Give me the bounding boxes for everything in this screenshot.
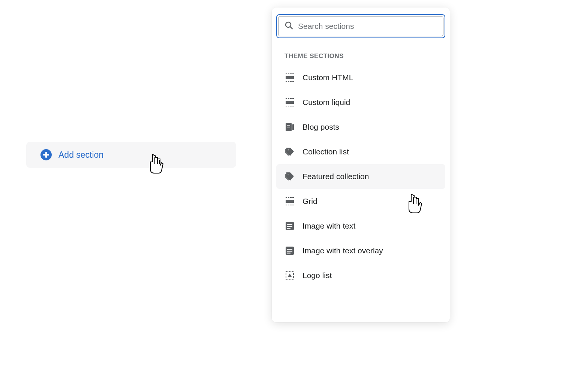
section-item-label: Logo list — [302, 271, 332, 280]
section-item-label: Image with text — [302, 221, 355, 230]
tag-icon — [285, 171, 295, 182]
section-item[interactable]: Custom liquid — [276, 90, 445, 115]
section-item[interactable]: Collection list — [276, 139, 445, 164]
logo-icon — [285, 270, 295, 281]
section-list: Custom HTMLCustom liquidBlog postsCollec… — [276, 65, 445, 288]
section-item[interactable]: Logo list — [276, 263, 445, 288]
section-item[interactable]: Custom HTML — [276, 65, 445, 90]
search-input-container[interactable] — [278, 16, 443, 36]
section-icon — [285, 72, 295, 83]
tag-icon — [285, 147, 295, 157]
section-icon — [285, 97, 295, 108]
plus-circle-icon — [40, 149, 52, 160]
section-item-label: Collection list — [302, 147, 349, 156]
section-item-label: Blog posts — [302, 123, 339, 132]
sections-popover: THEME SECTIONS Custom HTMLCustom liquidB… — [272, 7, 450, 322]
search-icon — [285, 21, 293, 31]
text-icon — [285, 221, 295, 231]
add-section-label: Add section — [58, 150, 103, 160]
section-item[interactable]: Image with text — [276, 214, 445, 238]
group-header: THEME SECTIONS — [276, 47, 445, 65]
add-section-button[interactable]: Add section — [26, 142, 236, 168]
text-icon — [285, 245, 295, 256]
section-item-label: Custom liquid — [302, 98, 350, 107]
section-item[interactable]: Grid — [276, 189, 445, 214]
section-item-label: Featured collection — [302, 172, 369, 181]
section-item[interactable]: Featured collection — [276, 164, 445, 189]
search-input[interactable] — [298, 22, 437, 31]
section-item[interactable]: Blog posts — [276, 115, 445, 139]
svg-line-7 — [290, 27, 293, 29]
blog-icon — [285, 122, 295, 132]
section-item[interactable]: Image with text overlay — [276, 238, 445, 263]
search-field-wrap — [276, 14, 445, 38]
svg-rect-2 — [43, 154, 49, 156]
section-item-label: Grid — [302, 197, 317, 206]
section-item-label: Image with text overlay — [302, 246, 383, 255]
section-icon — [285, 196, 295, 206]
section-item-label: Custom HTML — [302, 73, 353, 82]
